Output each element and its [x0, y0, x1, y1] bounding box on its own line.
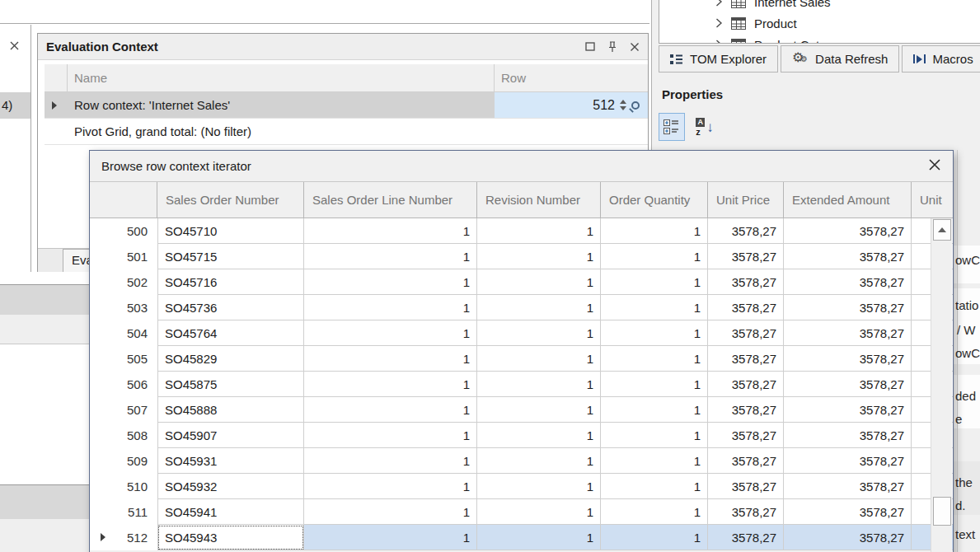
row-index-cell[interactable]: 508 — [90, 423, 157, 448]
data-cell[interactable]: SO45715 — [157, 244, 304, 269]
data-cell[interactable]: 3578,27 — [708, 474, 784, 499]
column-header-row[interactable]: Row — [495, 64, 648, 92]
data-cell[interactable]: 3578,27 — [784, 320, 912, 346]
row-index-cell[interactable]: 509 — [90, 448, 157, 474]
data-cell[interactable]: 1 — [477, 346, 601, 372]
data-cell[interactable]: 1 — [601, 474, 708, 499]
data-cell[interactable]: 1 — [477, 397, 601, 423]
data-cell[interactable]: SO45875 — [157, 372, 304, 397]
data-cell[interactable]: SO45907 — [157, 423, 304, 448]
data-cell[interactable]: 3578,27 — [708, 423, 784, 448]
categorized-view-button[interactable] — [659, 113, 685, 141]
data-cell[interactable]: 3578,27 — [784, 525, 912, 550]
row-index-cell[interactable]: 506 — [90, 372, 157, 397]
data-cell[interactable]: 3578,27 — [784, 423, 912, 448]
data-cell[interactable]: 1 — [477, 474, 601, 499]
table-row[interactable]: 506SO458751113578,273578,27 — [90, 372, 953, 397]
data-cell[interactable]: 3578,27 — [708, 295, 784, 320]
pin-icon[interactable] — [607, 41, 617, 53]
search-icon[interactable] — [631, 101, 640, 110]
data-cell[interactable]: 3578,27 — [708, 525, 784, 550]
data-cell[interactable]: 1 — [304, 218, 477, 244]
data-cell[interactable]: 1 — [304, 499, 477, 525]
data-cell[interactable]: 3578,27 — [784, 346, 912, 372]
data-cell[interactable]: SO45932 — [157, 474, 304, 499]
data-cell[interactable]: 3578,27 — [784, 499, 912, 525]
data-cell[interactable]: 1 — [601, 269, 708, 295]
data-cell[interactable]: SO45943 — [157, 525, 304, 550]
data-cell[interactable]: 3578,27 — [784, 474, 912, 499]
row-index-cell[interactable]: 511 — [90, 499, 157, 525]
data-cell[interactable]: SO45829 — [157, 346, 304, 372]
vertical-scrollbar[interactable] — [931, 218, 952, 552]
data-cell[interactable]: 3578,27 — [784, 244, 912, 269]
data-cell[interactable]: 3578,27 — [708, 372, 784, 397]
data-cell[interactable]: 1 — [477, 244, 601, 269]
data-cell[interactable]: 1 — [601, 346, 708, 372]
data-cell[interactable]: 3578,27 — [708, 269, 784, 295]
data-cell[interactable]: 1 — [601, 372, 708, 397]
row-number-value[interactable]: 512 — [593, 98, 615, 113]
data-cell[interactable]: 1 — [304, 525, 477, 550]
data-cell[interactable]: 1 — [477, 320, 601, 346]
data-cell[interactable]: 1 — [601, 448, 708, 474]
data-cell[interactable]: SO45931 — [157, 448, 304, 474]
data-cell[interactable]: 1 — [304, 269, 477, 295]
data-cell[interactable]: 1 — [477, 448, 601, 474]
close-icon[interactable] — [9, 40, 20, 54]
row-index-header[interactable] — [90, 182, 157, 218]
data-cell[interactable]: 1 — [601, 397, 708, 423]
data-cell[interactable]: 1 — [304, 320, 477, 346]
data-cell[interactable]: SO45941 — [157, 499, 304, 525]
data-cell[interactable]: 1 — [601, 295, 708, 320]
data-cell[interactable]: 1 — [304, 372, 477, 397]
scroll-up-button[interactable] — [933, 219, 951, 241]
data-cell[interactable]: 1 — [601, 499, 708, 525]
data-cell[interactable]: 3578,27 — [784, 295, 912, 320]
column-header-sales-order-number[interactable]: Sales Order Number — [157, 182, 304, 218]
data-cell[interactable]: 1 — [477, 269, 601, 295]
data-cell[interactable]: 1 — [477, 372, 601, 397]
tree-item-product[interactable]: Product — [659, 12, 980, 34]
data-cell[interactable]: 3578,27 — [708, 320, 784, 346]
column-header-unit[interactable]: Unit — [912, 182, 953, 218]
data-cell[interactable]: 1 — [477, 499, 601, 525]
tree-item-internet-sales[interactable]: Internet Sales — [659, 0, 980, 12]
column-header-order-quantity[interactable]: Order Quantity — [601, 182, 708, 218]
column-header-unit-price[interactable]: Unit Price — [708, 182, 784, 218]
data-cell[interactable]: SO45736 — [157, 295, 304, 320]
table-row[interactable]: 508SO459071113578,273578,27 — [90, 423, 953, 448]
tab-macros[interactable]: Macros — [902, 45, 980, 73]
column-header-name[interactable]: Name — [68, 64, 495, 92]
column-header-sales-order-line-number[interactable]: Sales Order Line Number — [304, 182, 477, 218]
tab-tom-explorer[interactable]: TOM Explorer — [659, 45, 778, 73]
data-cell[interactable]: 1 — [601, 320, 708, 346]
data-cell[interactable]: 3578,27 — [784, 269, 912, 295]
data-cell[interactable]: 3578,27 — [784, 218, 912, 244]
table-row[interactable]: 507SO458881113578,273578,27 — [90, 397, 953, 423]
row-index-cell[interactable]: 501 — [90, 244, 157, 269]
data-cell[interactable]: 1 — [304, 474, 477, 499]
data-cell[interactable]: 1 — [304, 346, 477, 372]
scrollbar-thumb[interactable] — [933, 497, 951, 526]
row-number-editor[interactable]: 512 — [495, 92, 648, 118]
data-cell[interactable]: 3578,27 — [784, 397, 912, 423]
data-cell[interactable]: 1 — [601, 244, 708, 269]
data-cell[interactable]: 1 — [304, 423, 477, 448]
data-cell[interactable]: 1 — [304, 448, 477, 474]
table-row[interactable]: 505SO458291113578,273578,27 — [90, 346, 953, 372]
table-row[interactable]: 509SO459311113578,273578,27 — [90, 448, 953, 474]
tree-item-product-category[interactable]: Product Category — [659, 34, 980, 44]
data-cell[interactable]: SO45710 — [157, 218, 304, 244]
data-cell[interactable]: 3578,27 — [708, 499, 784, 525]
table-row[interactable]: 511SO459411113578,273578,27 — [90, 499, 953, 525]
row-index-cell[interactable]: 512 — [90, 525, 157, 550]
data-cell[interactable]: 3578,27 — [784, 372, 912, 397]
alphabetical-sort-button[interactable]: Az ↓ — [692, 113, 718, 141]
table-row[interactable]: 510SO459321113578,273578,27 — [90, 474, 953, 499]
data-cell[interactable]: 1 — [304, 295, 477, 320]
context-name[interactable]: Pivot Grid, grand total: (No filter) — [68, 119, 495, 144]
data-cell[interactable]: 1 — [477, 218, 601, 244]
data-cell[interactable]: 3578,27 — [708, 218, 784, 244]
column-header-extended-amount[interactable]: Extended Amount — [784, 182, 912, 218]
